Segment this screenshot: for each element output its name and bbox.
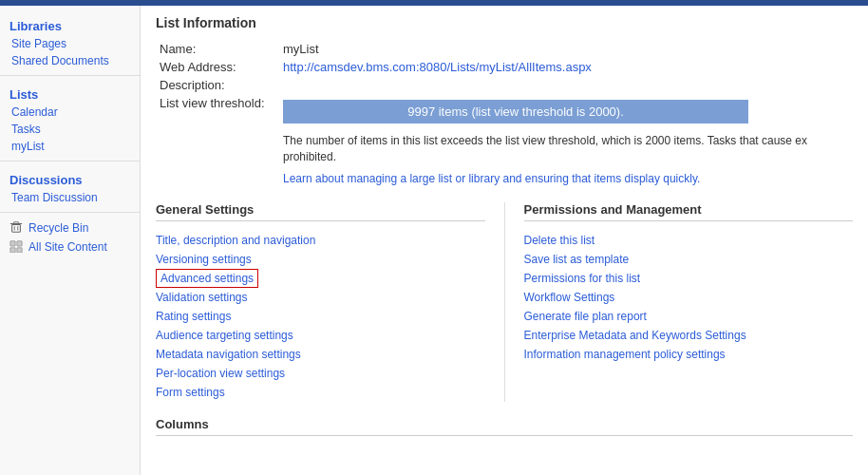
svg-rect-7: [10, 248, 15, 253]
sidebar-separator-1: [0, 75, 140, 76]
link-delete-this-list[interactable]: Delete this list: [524, 231, 854, 250]
threshold-learn-more-link[interactable]: Learn about managing a large list or lib…: [283, 172, 700, 185]
sidebar-item-shared-documents[interactable]: Shared Documents: [0, 52, 140, 69]
sidebar: Libraries Site Pages Shared Documents Li…: [0, 6, 141, 475]
web-address-link[interactable]: http://camsdev.bms.com:8080/Lists/myList…: [283, 60, 592, 74]
main-content: List Information Name: myList Web Addres…: [141, 6, 868, 475]
link-permissions-for-this-list[interactable]: Permissions for this list: [524, 269, 854, 288]
web-address-label: Web Address:: [156, 58, 279, 76]
sidebar-lists-title[interactable]: Lists: [0, 82, 140, 104]
link-audience-targeting-settings[interactable]: Audience targeting settings: [156, 326, 485, 345]
link-form-settings[interactable]: Form settings: [156, 383, 485, 402]
name-value: myList: [279, 40, 853, 58]
sidebar-item-site-pages[interactable]: Site Pages: [0, 35, 140, 52]
settings-section: General Settings Title, description and …: [156, 202, 853, 402]
sidebar-separator-3: [0, 212, 140, 213]
columns-title: Columns: [156, 417, 853, 436]
svg-rect-8: [17, 248, 22, 253]
link-workflow-settings[interactable]: Workflow Settings: [524, 288, 854, 307]
description-value: [279, 76, 853, 94]
threshold-note: The number of items in this list exceeds…: [283, 133, 849, 165]
sidebar-item-calendar[interactable]: Calendar: [0, 104, 140, 121]
link-metadata-navigation-settings[interactable]: Metadata navigation settings: [156, 345, 485, 364]
svg-rect-2: [13, 222, 18, 224]
sidebar-item-tasks[interactable]: Tasks: [0, 121, 140, 138]
threshold-bar: 9997 items (list view threshold is 2000)…: [283, 100, 748, 124]
general-settings-col: General Settings Title, description and …: [156, 202, 485, 402]
settings-col-divider: [504, 202, 505, 402]
link-per-location-view-settings[interactable]: Per-location view settings: [156, 364, 485, 383]
permissions-col: Permissions and Management Delete this l…: [524, 202, 854, 402]
list-view-threshold-value: 9997 items (list view threshold is 2000)…: [279, 94, 853, 187]
link-title-description-navigation[interactable]: Title, description and navigation: [156, 231, 485, 250]
description-label: Description:: [156, 76, 279, 94]
svg-rect-6: [17, 241, 22, 246]
link-rating-settings[interactable]: Rating settings: [156, 307, 485, 326]
sidebar-item-team-discussion[interactable]: Team Discussion: [0, 189, 140, 206]
svg-rect-5: [10, 241, 15, 246]
list-view-threshold-label: List view threshold:: [156, 94, 279, 187]
all-site-content-icon: [9, 239, 25, 255]
link-advanced-settings[interactable]: Advanced settings: [156, 269, 258, 288]
permissions-title: Permissions and Management: [524, 202, 854, 221]
main-container: Libraries Site Pages Shared Documents Li…: [0, 6, 868, 475]
link-information-management-policy[interactable]: Information management policy settings: [524, 345, 854, 364]
link-enterprise-metadata[interactable]: Enterprise Metadata and Keywords Setting…: [524, 326, 854, 345]
sidebar-item-recycle-bin[interactable]: Recycle Bin: [0, 218, 140, 238]
sidebar-item-all-site-content[interactable]: All Site Content: [0, 238, 140, 256]
list-information-title: List Information: [156, 15, 853, 30]
sidebar-discussions-title[interactable]: Discussions: [0, 167, 140, 189]
recycle-bin-label: Recycle Bin: [28, 221, 88, 235]
columns-section: Columns: [156, 417, 853, 436]
svg-rect-0: [12, 224, 21, 232]
name-label: Name:: [156, 40, 279, 58]
list-info-table: Name: myList Web Address: http://camsdev…: [156, 40, 853, 187]
general-settings-title: General Settings: [156, 202, 485, 221]
link-validation-settings[interactable]: Validation settings: [156, 288, 485, 307]
link-generate-file-plan-report[interactable]: Generate file plan report: [524, 307, 854, 326]
sidebar-separator-2: [0, 161, 140, 162]
recycle-bin-icon: [9, 220, 25, 236]
all-site-content-label: All Site Content: [28, 240, 107, 254]
sidebar-libraries-title[interactable]: Libraries: [0, 13, 140, 35]
link-save-list-as-template[interactable]: Save list as template: [524, 250, 854, 269]
sidebar-item-mylist[interactable]: myList: [0, 138, 140, 155]
link-versioning-settings[interactable]: Versioning settings: [156, 250, 485, 269]
web-address-value: http://camsdev.bms.com:8080/Lists/myList…: [279, 58, 853, 76]
